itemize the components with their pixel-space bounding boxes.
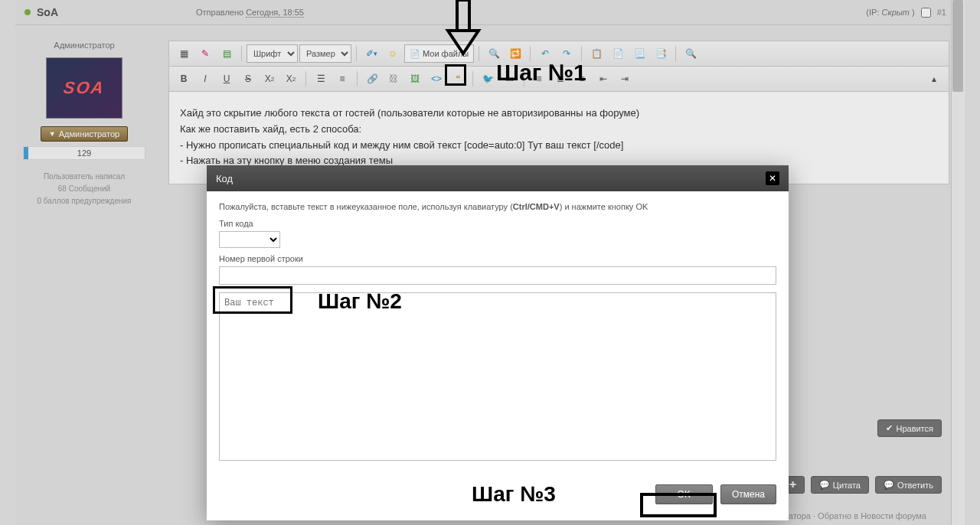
user-sidebar: Администратор SOA Администратор 129 Поль…	[15, 33, 153, 215]
annotation-arrow-icon	[440, 0, 486, 61]
indent-icon[interactable]: ⇥	[615, 70, 635, 88]
editor-expand-up-icon[interactable]: ▴	[924, 70, 944, 88]
sent-time-link[interactable]: Сегодня, 18:55	[246, 8, 304, 18]
sent-prefix: Отправлено	[196, 8, 246, 17]
admin-badge[interactable]: Администратор	[41, 126, 128, 142]
reputation-bar[interactable]: 129	[23, 146, 145, 160]
code-type-select[interactable]	[219, 231, 280, 248]
annotation-step3: Шаг №3	[472, 482, 556, 507]
strike-icon[interactable]: S	[238, 70, 258, 88]
underline-icon[interactable]: U	[217, 70, 237, 88]
like-button[interactable]: ✔ Нравится	[877, 419, 942, 437]
code-modal: Код ✕ Пожалуйста, вставьте текст в нижеу…	[207, 165, 789, 520]
paste-word-icon[interactable]: 📑	[651, 44, 671, 63]
ok-label: OK	[678, 489, 691, 500]
quote-label: Цитата	[833, 481, 861, 490]
toggle-source-icon[interactable]: ▦	[174, 44, 194, 63]
svg-marker-1	[448, 31, 479, 54]
ulist-icon[interactable]: ☰	[311, 70, 331, 88]
ip-close: )	[910, 8, 915, 17]
modal-header: Код ✕	[207, 165, 789, 191]
ok-button[interactable]: OK	[655, 484, 713, 504]
subscript-icon[interactable]: X2	[260, 70, 279, 88]
modal-instruction-kbd: Ctrl/CMD+V	[513, 202, 560, 211]
superscript-icon[interactable]: X2	[281, 70, 301, 88]
user-role-label: Администратор	[23, 41, 145, 50]
olist-icon[interactable]: ≡	[332, 70, 352, 88]
modal-instruction-pre: Пожалуйста, вставьте текст в нижеуказанн…	[219, 202, 513, 211]
cancel-button[interactable]: Отмена	[720, 484, 776, 504]
stats-posts[interactable]: 68 Сообщений	[23, 183, 145, 195]
page-scrollbar[interactable]	[951, 0, 965, 525]
reply-button[interactable]: 💬 Ответить	[875, 476, 942, 494]
code-icon[interactable]: <>	[426, 70, 446, 88]
editor-line: Как же поставить хайд, есть 2 способа:	[180, 122, 938, 138]
font-select[interactable]: Шрифт	[247, 44, 298, 63]
copy-icon[interactable]: 📋	[586, 44, 606, 63]
modal-title: Код	[216, 173, 233, 184]
ip-value: Скрыт	[882, 8, 910, 17]
sent-meta: Отправлено Сегодня, 18:55	[196, 8, 304, 17]
modal-instruction: Пожалуйста, вставьте текст в нижеуказанн…	[219, 202, 776, 211]
ip-label: (IP:	[866, 8, 881, 17]
code-type-label: Тип кода	[219, 219, 776, 228]
reply-label: Ответить	[897, 481, 933, 490]
post-select-checkbox[interactable]	[921, 8, 931, 18]
stats-warnings[interactable]: 0 баллов предупреждения	[23, 195, 145, 207]
stats-wrote: Пользователь написал	[23, 171, 145, 183]
modal-close-icon[interactable]: ✕	[766, 171, 779, 185]
online-status-dot	[24, 9, 31, 15]
size-select[interactable]: Размер	[299, 44, 351, 63]
annotation-step2: Шаг №2	[318, 289, 402, 314]
media-twitter-icon[interactable]: 🐦	[478, 70, 498, 88]
eraser-icon[interactable]: ✎	[195, 44, 215, 63]
annotation-code-button-highlight	[445, 64, 466, 86]
svg-rect-0	[457, 0, 469, 31]
reputation-value: 129	[77, 148, 91, 158]
paste-icon[interactable]: 📄	[608, 44, 628, 63]
quote-button[interactable]: 💬 Цитата	[811, 476, 869, 494]
outdent-icon[interactable]: ⇤	[593, 70, 613, 88]
bold-icon[interactable]: B	[174, 70, 194, 88]
unlink-icon[interactable]: ⛓	[384, 70, 403, 88]
like-label: Нравится	[896, 424, 933, 433]
paste-text-icon[interactable]: 📃	[629, 44, 649, 63]
link-icon[interactable]: 🔗	[362, 70, 382, 88]
post-number[interactable]: #1	[937, 8, 946, 17]
avatar-text: SOA	[62, 78, 106, 98]
first-line-label: Номер первой строки	[219, 254, 776, 263]
smiley-icon[interactable]: ☺	[383, 44, 403, 63]
admin-badge-label: Администратор	[59, 129, 119, 139]
avatar[interactable]: SOA	[46, 57, 122, 119]
editor-line: Хайд это скрытие любого текста от гостей…	[180, 106, 938, 122]
username[interactable]: SoA	[37, 6, 58, 18]
preview-icon[interactable]: 🔍	[681, 44, 701, 63]
post-header: SoA Отправлено Сегодня, 18:55 (IP: Скрыт…	[15, 0, 965, 25]
annotation-step1: Шаг №1	[496, 60, 586, 86]
code-textarea[interactable]	[219, 292, 776, 461]
color-picker-icon[interactable]: ✐	[361, 44, 381, 63]
scrollbar-thumb[interactable]	[952, 0, 963, 92]
cancel-label: Отмена	[732, 489, 765, 500]
first-line-input[interactable]	[219, 266, 776, 285]
italic-icon[interactable]: I	[195, 70, 215, 88]
modal-instruction-post: ) и нажмите кнопку OK	[560, 202, 648, 211]
switch-editor-icon[interactable]: ▤	[217, 44, 237, 63]
editor-line: - Нужно прописать специальный код и межд…	[180, 138, 938, 154]
image-icon[interactable]: 🖼	[405, 70, 425, 88]
ip-info: (IP: Скрыт )	[866, 8, 914, 17]
